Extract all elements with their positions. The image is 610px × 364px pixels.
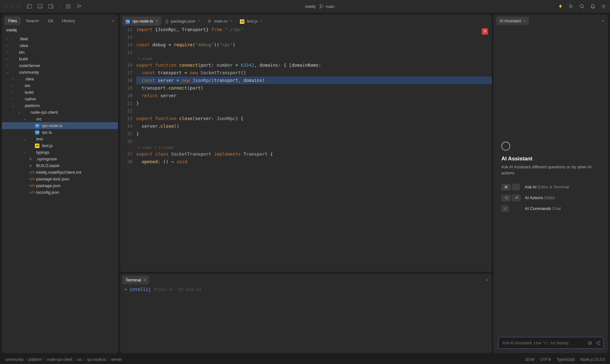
panel-tab-search[interactable]: Search (22, 17, 43, 25)
code-line[interactable]: server.close() (136, 122, 492, 130)
ai-shortcut[interactable]: ⌥⏎AI Actions Editor (501, 195, 569, 201)
editor-tab[interactable]: ⚙main.rs× (204, 17, 235, 25)
search-icon[interactable] (580, 4, 585, 9)
send-icon[interactable] (595, 340, 600, 346)
breadcrumb-item[interactable]: node-rpc-client (47, 357, 72, 362)
line-number[interactable]: 14 (120, 41, 132, 49)
code-line[interactable]: export function close(server: JsonRpc) { (136, 115, 492, 122)
error-badge[interactable]: 3 (482, 28, 488, 35)
code-line[interactable]: const debug = require("debug")("rpc") (136, 41, 492, 49)
editor-tab[interactable]: {}package.json× (162, 17, 203, 25)
line-number[interactable]: 17 (120, 69, 132, 77)
close-window[interactable] (4, 4, 8, 8)
panel-tab-files[interactable]: Files (4, 17, 21, 25)
close-icon[interactable]: × (524, 19, 526, 23)
code-line[interactable]: } (136, 130, 492, 138)
panel-left-icon[interactable] (27, 4, 32, 9)
tree-item[interactable]: ⌄community (2, 69, 118, 76)
line-number[interactable]: 19 (120, 84, 132, 92)
tree-item[interactable]: ›native (2, 96, 118, 102)
ai-assistant-tab[interactable]: AI Assistant × (496, 17, 529, 25)
tree-item[interactable]: JStest.js (2, 142, 118, 149)
code-line[interactable]: } (136, 99, 492, 107)
tree-item[interactable]: ›build (2, 56, 118, 62)
tree-item[interactable]: ⌄node-rpc-client (2, 109, 118, 116)
tree-item[interactable]: ›bin (2, 82, 118, 89)
mention-icon[interactable]: @ (588, 340, 592, 346)
add-terminal-button[interactable]: + (484, 276, 489, 284)
tree-item[interactable]: ›.idea (2, 76, 118, 82)
tree-item[interactable]: ≡.npmignore (2, 156, 118, 162)
breadcrumbs[interactable]: community/platform/node-rpc-client/src/r… (5, 357, 122, 362)
maximize-window[interactable] (17, 4, 20, 8)
ai-shortcut[interactable]: ⌘.Ask AI Editor & Terminal (501, 184, 569, 190)
tree-item[interactable]: </>intellij.nodeRpcClient.iml (2, 169, 118, 176)
status-runtime[interactable]: Node.js 23.3.0 (580, 357, 605, 362)
status-encoding[interactable]: UTF-8 (540, 357, 551, 362)
tree-item[interactable]: TSrpc.ts (2, 129, 118, 136)
add-panel-tab[interactable]: + (110, 17, 115, 24)
code-line[interactable]: opened: () ⇒ void (136, 158, 492, 165)
project-root[interactable]: intellij (2, 25, 118, 35)
line-number[interactable]: 24 (120, 122, 132, 130)
apps-icon[interactable] (66, 4, 71, 9)
code-line[interactable] (136, 33, 492, 41)
branch-indicator[interactable]: main (319, 4, 335, 9)
code-annotation[interactable]: 1 super | 1 usage (136, 145, 492, 150)
line-number[interactable]: 20 (120, 92, 132, 99)
gear-icon[interactable] (601, 4, 606, 9)
tree-item[interactable]: </>tsconfig.json (2, 189, 118, 196)
tree-item[interactable]: ⌄test (2, 136, 118, 142)
breadcrumb-item[interactable]: server (111, 357, 122, 362)
breadcrumb-item[interactable]: rpc-node.ts (87, 357, 106, 362)
editor-tab[interactable]: JStest.js× (237, 17, 266, 26)
line-number[interactable]: 18 (120, 77, 132, 84)
status-time[interactable]: 18:49 (525, 357, 534, 362)
bell-icon[interactable] (590, 4, 595, 9)
tree-item[interactable]: ›typings (2, 149, 118, 156)
ai-bolt-icon[interactable] (558, 4, 563, 9)
ai-shortcut[interactable]: /AI Commands Chat (501, 206, 569, 212)
tree-item[interactable]: ⌄src (2, 116, 118, 122)
project-name[interactable]: intellij (305, 4, 315, 9)
tree-item[interactable]: ›build (2, 89, 118, 96)
panel-right-icon[interactable] (48, 4, 53, 9)
code-line[interactable]: transport.connect(port) (136, 84, 492, 92)
code-line[interactable]: import {JsonRpc, Transport} from "./rpc" (136, 26, 492, 33)
terminal-body[interactable]: ➜ intellij Press ⌘. to ask AI (120, 284, 492, 353)
tree-item[interactable]: </>package.json (2, 182, 118, 189)
minimize-window[interactable] (10, 4, 14, 8)
line-number[interactable]: 28 (120, 158, 132, 165)
terminal-tab[interactable]: Terminal × (122, 276, 149, 284)
breadcrumb-item[interactable]: community (5, 357, 24, 362)
line-number[interactable]: 23 (120, 115, 132, 122)
line-number[interactable]: 13 (120, 33, 132, 41)
panel-bottom-icon[interactable] (37, 4, 43, 9)
breadcrumb-item[interactable]: src (77, 357, 82, 362)
panel-tab-history[interactable]: History (58, 17, 78, 25)
line-number[interactable]: 22 (120, 107, 132, 115)
code-line[interactable]: export class SocketTransport implements … (136, 150, 492, 158)
line-number[interactable]: 12 (120, 26, 132, 33)
close-icon[interactable]: × (198, 19, 200, 23)
line-number[interactable]: 26 (120, 138, 132, 145)
tree-item[interactable]: ›codeServer (2, 62, 118, 69)
code-line[interactable]: const transport = new SocketTransport() (136, 69, 492, 77)
breadcrumb-item[interactable]: platform (28, 357, 42, 362)
line-number[interactable]: 16 (120, 61, 132, 69)
panel-tab-git[interactable]: Git (44, 17, 57, 25)
tree-item[interactable]: ›.idea (2, 42, 118, 49)
code-line[interactable]: export function connect(port: number = 6… (136, 61, 492, 69)
tree-item[interactable]: TSrpc-node.ts (2, 122, 118, 129)
line-number[interactable]: 21 (120, 99, 132, 107)
code-line[interactable]: const server = new JsonRpc(transport, do… (136, 77, 492, 84)
close-icon[interactable]: × (156, 19, 158, 23)
code-line[interactable] (136, 138, 492, 145)
tree-item[interactable]: ≡BUILD.bazel (2, 162, 118, 169)
line-number[interactable]: 25 (120, 130, 132, 138)
line-number[interactable]: 15 (120, 49, 132, 56)
code-line[interactable] (136, 49, 492, 56)
add-ai-tab-button[interactable]: + (600, 17, 606, 24)
tree-item[interactable]: ›.fleet (2, 36, 118, 42)
close-icon[interactable]: × (144, 278, 146, 282)
